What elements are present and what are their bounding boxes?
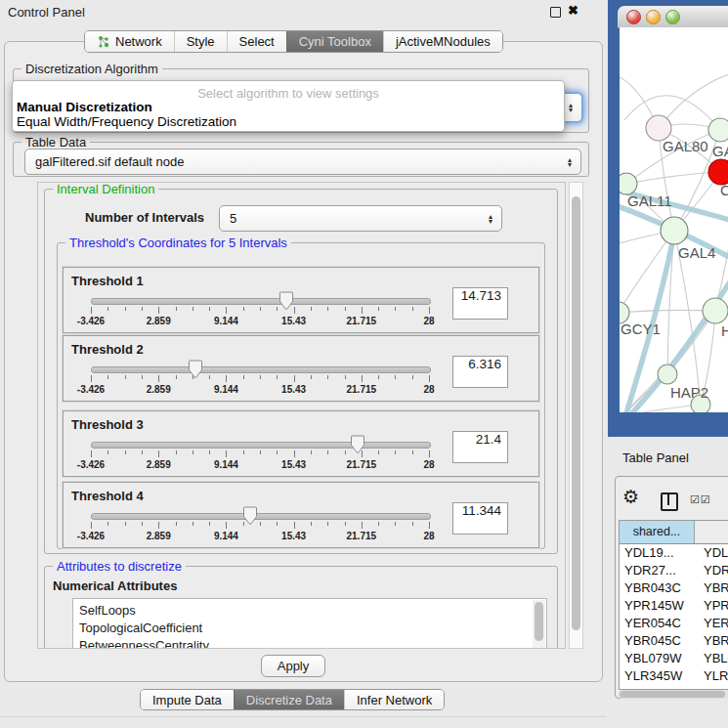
table-panel-title: Table Panel [622, 450, 689, 465]
apply-button[interactable]: Apply [261, 655, 325, 677]
network-node-h[interactable] [703, 298, 728, 323]
threshold-slider-thumb[interactable] [278, 291, 294, 311]
settings-vertical-scrollbar[interactable] [569, 182, 583, 649]
network-node-label: C [720, 182, 728, 198]
threshold-panel: Threshold 3 -3.4262.8599.14415.4321.7152… [63, 410, 539, 477]
number-of-intervals-value: 5 [220, 211, 489, 226]
tab-select[interactable]: Select [227, 31, 286, 52]
tab-jactivemnodules[interactable]: jActiveMNodules [383, 31, 502, 52]
table-data-combobox[interactable]: galFiltered.sif default node ▴▾ [24, 149, 581, 175]
tab-impute-data[interactable]: Impute Data [141, 690, 234, 709]
column-header-name[interactable]: na [695, 521, 728, 543]
table-row[interactable]: YDR27...YDR2 [620, 562, 728, 579]
network-node-label: GAL80 [663, 138, 708, 154]
checkbox-icons[interactable]: ☑☑ [690, 493, 711, 506]
table-row[interactable]: YPR145WYPR1 [620, 597, 728, 615]
close-traffic-light-icon[interactable] [626, 10, 641, 24]
algorithm-option-manual[interactable]: Manual Discretization [17, 100, 152, 114]
threshold-slider-thumb[interactable] [242, 506, 258, 526]
cell-shared-name: YER054C [620, 615, 694, 632]
float-window-icon[interactable] [550, 7, 561, 18]
tab-label: Cyni Toolbox [299, 34, 371, 49]
cell-shared-name: YDL19... [620, 544, 694, 562]
algorithm-dropdown-popup: Select algorithm to view settings Manual… [12, 80, 565, 132]
tab-label: jActiveMNodules [396, 34, 491, 49]
tab-label: Network [115, 34, 162, 49]
numerical-attributes-list[interactable]: SelfLoopsTopologicalCoefficientBetweenne… [72, 598, 547, 649]
table-row[interactable]: YLR345WYLR3 [620, 667, 728, 685]
network-canvas[interactable]: GAL80GACGAL11GAL4GCY1HHAP2 [620, 27, 728, 412]
network-edge[interactable] [620, 310, 715, 313]
network-node-hap2[interactable] [658, 364, 677, 384]
threshold-value-field[interactable]: 11.344 [452, 502, 508, 535]
table-row[interactable]: YBL079WYBL0 [620, 650, 728, 667]
tab-label: Select [239, 34, 275, 49]
cell-shared-name: YDR27... [620, 562, 694, 579]
divider [0, 716, 606, 717]
tab-network[interactable]: Network [85, 31, 174, 52]
tab-label: Discretize Data [246, 693, 332, 707]
cell-shared-name: YBR045C [620, 632, 694, 650]
algorithm-placeholder-option[interactable]: Select algorithm to view settings [13, 86, 564, 101]
network-node-ga[interactable] [708, 118, 728, 142]
threshold-slider-track[interactable] [91, 298, 431, 305]
minimize-traffic-light-icon[interactable] [646, 10, 661, 24]
cell-shared-name: YBR043C [620, 579, 694, 597]
network-node-gal4[interactable] [661, 217, 688, 244]
attribute-item[interactable]: TopologicalCoefficient [73, 620, 546, 637]
threshold-slider-track[interactable] [91, 513, 431, 520]
attributes-group-title: Attributes to discretize [53, 559, 186, 574]
threshold-panel: Threshold 4 -3.4262.8599.14415.4321.7152… [63, 482, 539, 548]
threshold-value-field[interactable]: 21.4 [452, 431, 508, 463]
network-node-label: GCY1 [621, 321, 661, 337]
threshold-slider-track[interactable] [91, 442, 431, 449]
close-icon[interactable]: ✖ [568, 3, 578, 18]
tab-discretize-data[interactable]: Discretize Data [234, 690, 344, 709]
threshold-slider-thumb[interactable] [188, 360, 203, 379]
combobox-arrows-icon: ▴▾ [569, 103, 581, 112]
threshold-value-field[interactable]: 6.316 [452, 356, 508, 388]
zoom-traffic-light-icon[interactable] [665, 10, 680, 24]
network-node-label: H [721, 322, 728, 339]
threshold-label: Threshold 1 [71, 274, 144, 288]
interval-definition-group: Interval Definition Number of Intervals … [44, 189, 558, 554]
table-horizontal-scrollbar[interactable] [619, 690, 728, 699]
number-of-intervals-label: Number of Intervals [85, 210, 204, 225]
cell-shared-name: YBL079W [620, 650, 694, 667]
bottom-tab-bar: Impute DataDiscretize DataInfer Network [140, 689, 445, 710]
algorithm-option-equal-width[interactable]: Equal Width/Frequency Discretization [17, 114, 236, 129]
tab-label: Impute Data [152, 693, 222, 707]
network-node-label: GAL11 [627, 193, 672, 209]
tab-cyni-toolbox[interactable]: Cyni Toolbox [286, 31, 383, 52]
attribute-item[interactable]: BetweennessCentrality [73, 637, 546, 649]
table-row[interactable]: YBR045CYBR0 [620, 632, 728, 650]
attributes-items-host: SelfLoopsTopologicalCoefficientBetweenne… [73, 599, 546, 649]
tab-label: Infer Network [357, 693, 432, 707]
tab-infer-network[interactable]: Infer Network [344, 690, 444, 709]
table-row[interactable]: YDL19...YDL1 [620, 544, 728, 562]
network-window-titlebar[interactable] [618, 6, 728, 28]
threshold-value-field[interactable]: 14.713 [452, 287, 508, 320]
table-row[interactable]: YER054CYER0 [620, 615, 728, 632]
number-of-intervals-combobox[interactable]: 5 ▴▾ [219, 205, 502, 232]
attribute-item[interactable]: SelfLoops [73, 602, 546, 620]
network-node-label: GA [712, 143, 728, 159]
threshold-slider-track[interactable] [91, 366, 431, 373]
gear-icon[interactable]: ⚙ [622, 486, 639, 508]
attributes-list-scrollbar[interactable] [533, 600, 545, 649]
node-table[interactable]: shared... na YDL19...YDL1YDR27...YDR2YBR… [619, 520, 728, 690]
numerical-attributes-label: Numerical Attributes [53, 578, 177, 593]
table-panel: ⚙ ☑☑ shared... na YDL19...YDL1YDR27...YD… [615, 476, 728, 699]
table-row[interactable]: YBR043CYBR0 [620, 579, 728, 597]
cell-name: YBR0 [694, 579, 728, 597]
network-node-gal11[interactable] [620, 173, 637, 194]
column-header-shared[interactable]: shared... [620, 521, 695, 543]
combobox-arrows-icon: ▴▾ [568, 157, 580, 167]
attributes-group: Attributes to discretize Numerical Attri… [44, 566, 558, 649]
threshold-slider-thumb[interactable] [350, 435, 365, 454]
column-layout-icon[interactable] [661, 492, 678, 511]
tab-style[interactable]: Style [174, 31, 227, 52]
table-rows-host: YDL19...YDL1YDR27...YDR2YBR043CYBR0YPR14… [620, 544, 728, 690]
cell-name: YDR2 [694, 562, 728, 579]
cell-name: YDL1 [694, 544, 728, 562]
